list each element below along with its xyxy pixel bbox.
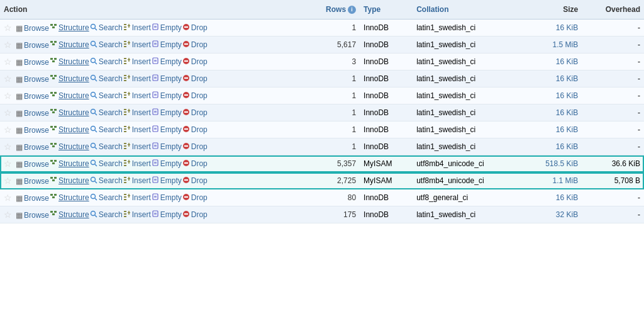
browse-link[interactable]: ▦Browse: [16, 126, 49, 135]
search-label: Search: [99, 23, 123, 32]
rows-info-icon[interactable]: i: [348, 6, 356, 14]
insert-link[interactable]: Insert: [123, 108, 151, 118]
svg-rect-85: [153, 109, 158, 115]
empty-link[interactable]: Empty: [152, 193, 182, 203]
browse-link[interactable]: ▦Browse: [16, 75, 49, 84]
favorite-star[interactable]: ☆: [4, 142, 12, 152]
svg-rect-62: [52, 94, 55, 96]
favorite-star[interactable]: ☆: [4, 74, 12, 84]
drop-link[interactable]: Drop: [182, 74, 208, 84]
empty-link[interactable]: Empty: [152, 159, 182, 169]
search-link[interactable]: Search: [90, 142, 123, 152]
drop-link[interactable]: Drop: [182, 57, 208, 67]
drop-link[interactable]: Drop: [182, 193, 208, 203]
structure-link[interactable]: Structure: [50, 57, 89, 67]
drop-link[interactable]: Drop: [182, 210, 208, 220]
browse-link[interactable]: ▦Browse: [16, 109, 49, 118]
search-link[interactable]: Search: [90, 159, 123, 169]
search-link[interactable]: Search: [90, 57, 123, 67]
empty-link[interactable]: Empty: [152, 57, 182, 67]
search-link[interactable]: Search: [90, 91, 123, 101]
favorite-star[interactable]: ☆: [4, 91, 12, 101]
empty-link[interactable]: Empty: [152, 23, 182, 33]
insert-link[interactable]: Insert: [123, 23, 151, 33]
favorite-star[interactable]: ☆: [4, 23, 12, 33]
type-cell: MyISAM: [360, 155, 413, 172]
empty-link[interactable]: Empty: [152, 108, 182, 118]
empty-link[interactable]: Empty: [152, 40, 182, 50]
insert-link[interactable]: Insert: [123, 159, 151, 169]
structure-link[interactable]: Structure: [50, 210, 89, 220]
browse-link[interactable]: ▦Browse: [16, 177, 49, 186]
empty-label: Empty: [160, 57, 182, 66]
drop-link[interactable]: Drop: [182, 108, 208, 118]
browse-link[interactable]: ▦Browse: [16, 58, 49, 67]
structure-link[interactable]: Structure: [50, 125, 89, 135]
empty-link[interactable]: Empty: [152, 142, 182, 152]
empty-label: Empty: [160, 40, 182, 49]
empty-link[interactable]: Empty: [152, 91, 182, 101]
drop-link[interactable]: Drop: [182, 23, 208, 33]
favorite-star[interactable]: ☆: [4, 108, 12, 118]
favorite-star[interactable]: ☆: [4, 176, 12, 186]
empty-icon: [152, 176, 159, 186]
drop-link[interactable]: Drop: [182, 40, 208, 50]
browse-link[interactable]: ▦Browse: [16, 41, 49, 50]
structure-link[interactable]: Structure: [50, 159, 89, 169]
insert-link[interactable]: Insert: [123, 176, 151, 186]
drop-link[interactable]: Drop: [182, 125, 208, 135]
favorite-star[interactable]: ☆: [4, 210, 12, 220]
search-icon: [90, 125, 97, 135]
size-cell: 1.1 MiB: [523, 172, 582, 189]
search-link[interactable]: Search: [90, 176, 123, 186]
structure-link[interactable]: Structure: [50, 142, 89, 152]
search-link[interactable]: Search: [90, 40, 123, 50]
drop-icon: [182, 159, 190, 169]
search-link[interactable]: Search: [90, 108, 123, 118]
structure-link[interactable]: Structure: [50, 193, 89, 203]
search-link[interactable]: Search: [90, 74, 123, 84]
structure-link[interactable]: Structure: [50, 176, 89, 186]
favorite-star[interactable]: ☆: [4, 193, 12, 203]
browse-link[interactable]: ▦Browse: [16, 211, 49, 220]
insert-link[interactable]: Insert: [123, 210, 151, 220]
insert-link[interactable]: Insert: [123, 142, 151, 152]
search-link[interactable]: Search: [90, 125, 123, 135]
drop-link[interactable]: Drop: [182, 91, 208, 101]
structure-label: Structure: [58, 23, 89, 32]
structure-link[interactable]: Structure: [50, 23, 89, 33]
browse-link[interactable]: ▦Browse: [16, 24, 49, 33]
search-link[interactable]: Search: [90, 193, 123, 203]
browse-link[interactable]: ▦Browse: [16, 194, 49, 203]
insert-link[interactable]: Insert: [123, 74, 151, 84]
structure-link[interactable]: Structure: [50, 74, 89, 84]
drop-link[interactable]: Drop: [182, 176, 208, 186]
search-link[interactable]: Search: [90, 23, 123, 33]
browse-link[interactable]: ▦Browse: [16, 92, 49, 101]
insert-link[interactable]: Insert: [123, 193, 151, 203]
empty-link[interactable]: Empty: [152, 125, 182, 135]
browse-icon: ▦: [16, 75, 23, 84]
browse-link[interactable]: ▦Browse: [16, 160, 49, 169]
rows-cell: 2,725: [304, 172, 360, 189]
insert-link[interactable]: Insert: [123, 125, 151, 135]
rows-cell: 1: [304, 87, 360, 104]
browse-link[interactable]: ▦Browse: [16, 143, 49, 152]
favorite-star[interactable]: ☆: [4, 40, 12, 50]
empty-link[interactable]: Empty: [152, 74, 182, 84]
drop-link[interactable]: Drop: [182, 142, 208, 152]
favorite-star[interactable]: ☆: [4, 159, 12, 169]
empty-link[interactable]: Empty: [152, 176, 182, 186]
favorite-star[interactable]: ☆: [4, 57, 12, 67]
favorite-star[interactable]: ☆: [4, 125, 12, 135]
insert-link[interactable]: Insert: [123, 40, 151, 50]
structure-link[interactable]: Structure: [50, 91, 89, 101]
structure-label: Structure: [58, 142, 89, 151]
insert-link[interactable]: Insert: [123, 91, 151, 101]
insert-link[interactable]: Insert: [123, 57, 151, 67]
empty-link[interactable]: Empty: [152, 210, 182, 220]
drop-link[interactable]: Drop: [182, 159, 208, 169]
structure-link[interactable]: Structure: [50, 40, 89, 50]
search-link[interactable]: Search: [90, 210, 123, 220]
structure-link[interactable]: Structure: [50, 108, 89, 118]
